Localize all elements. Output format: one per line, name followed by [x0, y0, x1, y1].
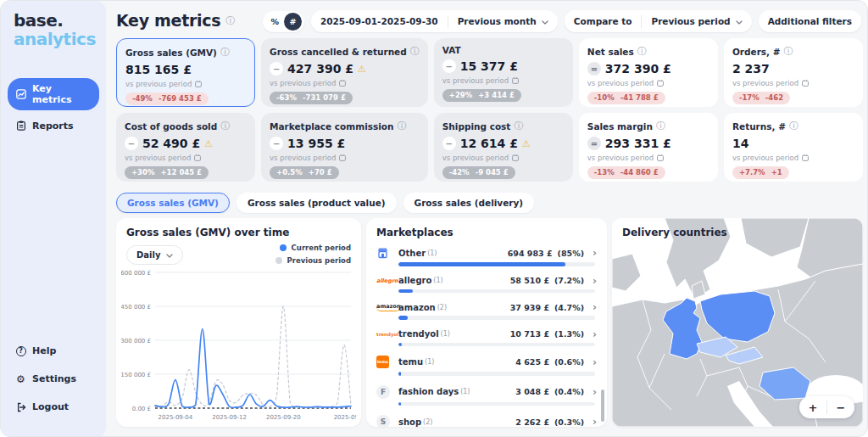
vertical-scrollbar[interactable]: [601, 389, 604, 422]
marketplace-row-temu[interactable]: temu temu (1) 4 625 £ (0.6%) ›: [366, 350, 607, 380]
minus-icon: −: [442, 137, 456, 150]
legend-previous-period[interactable]: Previous period: [275, 256, 351, 265]
info-icon[interactable]: ⓘ: [789, 120, 798, 132]
svg-text:450 000 £: 450 000 £: [121, 304, 151, 311]
marketplace-row-allegro[interactable]: allegro allegro (1) 58 510 £ (7.2%) ›: [366, 271, 607, 298]
metric-card-vat[interactable]: VAT −15 377 £ vs previous period +29%+3 …: [434, 38, 573, 107]
metric-card-net-sales[interactable]: Net salesⓘ =372 390 £ vs previous period…: [579, 38, 718, 107]
legend-current-period[interactable]: Current period: [275, 244, 351, 252]
chart-tabs: Gross sales (GMV) Gross sales (product v…: [116, 193, 534, 213]
page-title: Key metrics ⓘ: [116, 11, 235, 30]
tab-gross-sales-gmv[interactable]: Gross sales (GMV): [116, 193, 230, 213]
delta-badge: +30%+12 045 £: [125, 166, 209, 179]
tab-gross-sales-product-value[interactable]: Gross sales (product value): [236, 193, 397, 213]
marketplace-row-fashion-days[interactable]: F fashion days (1) 3 048 £ (0.4%) ›: [366, 380, 607, 411]
map-title: Delivery countries: [612, 218, 863, 238]
sidebar-item-settings[interactable]: ⚙ Settings: [8, 367, 99, 391]
info-icon[interactable]: ⓘ: [225, 14, 235, 27]
share-bar: [398, 402, 595, 406]
sidebar-item-help[interactable]: ? Help: [8, 339, 99, 363]
marketplace-row-amazon[interactable]: amazon amazon (2) 37 939 £ (4.7%) ›: [366, 297, 607, 324]
info-icon[interactable]: ⓘ: [220, 120, 230, 132]
calendar-icon: [339, 80, 346, 87]
metric-card-sales-margin[interactable]: Sales marginⓘ =293 331 £ vs previous per…: [579, 113, 718, 182]
marketplace-row-other[interactable]: Other (1) 694 983 £ (85%) ›: [366, 242, 607, 271]
calendar-icon: [802, 154, 809, 161]
sidebar-item-logout[interactable]: Logout: [8, 395, 99, 419]
warning-icon[interactable]: ⚠: [522, 139, 531, 148]
legend-dot-current: [280, 244, 287, 251]
metric-value: 2 237: [732, 62, 770, 76]
minus-icon: −: [125, 137, 138, 150]
chevron-right-icon[interactable]: ›: [593, 417, 597, 427]
delta-badge: -10%-41 788 £: [587, 92, 665, 104]
delta-badge: -49%-769 453 £: [125, 92, 209, 105]
temu-logo-icon: temu: [376, 356, 398, 368]
logo-line1: base.: [14, 11, 106, 30]
date-range-input[interactable]: 2025-09-01-2025-09-30: [311, 10, 448, 32]
zoom-out-button[interactable]: −: [827, 396, 854, 418]
app-window: base. analytics Key metrics Reports ? He…: [0, 0, 868, 437]
info-icon[interactable]: ⓘ: [398, 120, 407, 132]
metric-value: 14: [732, 137, 748, 150]
delta-badge: -17%-462: [732, 92, 790, 104]
tab-gross-sales-delivery[interactable]: Gross sales (delivery): [403, 193, 535, 213]
chevron-down-icon: [542, 16, 548, 26]
metric-card-orders[interactable]: Orders, #ⓘ 2 237 vs previous period -17%…: [724, 38, 863, 107]
metric-value: 15 377 £: [460, 59, 518, 73]
chevron-right-icon[interactable]: ›: [593, 357, 597, 367]
warning-icon[interactable]: ⚠: [358, 64, 366, 74]
allegro-logo-icon: allegro: [376, 277, 398, 284]
sidebar-item-reports[interactable]: Reports: [8, 115, 99, 137]
sidebar-item-key-metrics[interactable]: Key metrics: [8, 78, 99, 110]
chevron-right-icon[interactable]: ›: [593, 302, 597, 312]
info-icon[interactable]: ⓘ: [220, 46, 230, 59]
info-icon[interactable]: ⓘ: [784, 45, 793, 58]
map-zoom-controls: + −: [799, 396, 854, 418]
marketplace-row-trendyol[interactable]: trendyol trendyol (1) 10 713 £ (1.3%) ›: [366, 324, 607, 351]
share-bar: [398, 289, 595, 294]
svg-text:600 000 £: 600 000 £: [121, 270, 151, 277]
granularity-dropdown[interactable]: Daily: [126, 245, 183, 265]
app-logo: base. analytics: [1, 1, 106, 49]
calendar-icon: [194, 154, 201, 161]
date-range-pill: 2025-09-01-2025-09-30 Previous month: [311, 10, 558, 32]
info-icon[interactable]: ⓘ: [410, 45, 420, 58]
count-toggle-button[interactable]: #: [284, 13, 302, 31]
period-preset-dropdown[interactable]: Previous month: [448, 10, 558, 32]
info-icon[interactable]: ⓘ: [514, 120, 523, 132]
header-controls: % # 2025-09-01-2025-09-30 Previous month…: [263, 10, 861, 32]
metric-card-gross-sales[interactable]: Gross sales (GMV)ⓘ 815 165 £ vs previous…: [116, 38, 255, 107]
metric-cards-grid: Gross sales (GMV)ⓘ 815 165 £ vs previous…: [116, 38, 863, 182]
info-icon[interactable]: ⓘ: [656, 120, 665, 132]
metric-card-marketplace-commission[interactable]: Marketplace commissionⓘ −13 955 £ vs pre…: [261, 113, 428, 182]
sidebar: base. analytics Key metrics Reports ? He…: [1, 1, 106, 437]
info-icon[interactable]: ⓘ: [637, 45, 647, 58]
warning-icon[interactable]: ⚠: [204, 139, 213, 148]
metric-card-cogs[interactable]: Cost of goods soldⓘ −52 490 £⚠ vs previo…: [116, 113, 255, 182]
metric-card-shipping-cost[interactable]: Shipping costⓘ −12 614 £⚠ vs previous pe…: [434, 113, 573, 182]
metric-value: 293 331 £: [605, 137, 671, 150]
logout-icon: [15, 401, 26, 412]
gmv-line-chart[interactable]: 0.00 £150 000 £300 000 £450 000 £600 000…: [121, 267, 356, 423]
metric-card-returns[interactable]: Returns, #ⓘ 14 vs previous period +7.7%+…: [724, 113, 863, 182]
other-marketplace-icon: [376, 247, 398, 259]
metric-value: 372 390 £: [605, 62, 671, 76]
chevron-right-icon[interactable]: ›: [593, 248, 597, 258]
zoom-in-button[interactable]: +: [799, 396, 826, 418]
delivery-countries-panel: Delivery countries + −: [612, 218, 863, 427]
gear-icon: ⚙: [15, 373, 26, 384]
sidebar-item-label: Logout: [32, 401, 69, 412]
sidebar-footer: ? Help ⚙ Settings Logout: [1, 335, 106, 423]
chevron-right-icon[interactable]: ›: [593, 329, 597, 339]
metric-value: 13 955 £: [287, 137, 345, 150]
metric-card-gross-cancelled[interactable]: Gross cancelled & returnedⓘ −427 390 £⚠ …: [261, 38, 428, 107]
chevron-right-icon[interactable]: ›: [593, 276, 597, 286]
marketplace-row-shop[interactable]: S shop (2) 2 262 £ (0.3%) ›: [366, 410, 607, 427]
compare-period-dropdown[interactable]: Previous period: [642, 10, 751, 32]
percent-toggle-button[interactable]: %: [270, 17, 279, 26]
gmv-over-time-panel: Gross sales (GMV) over time Daily Curren…: [116, 218, 361, 427]
chevron-right-icon[interactable]: ›: [593, 387, 597, 397]
additional-filters-button[interactable]: Additional filters: [759, 10, 861, 32]
line-chart-icon: [15, 88, 26, 99]
